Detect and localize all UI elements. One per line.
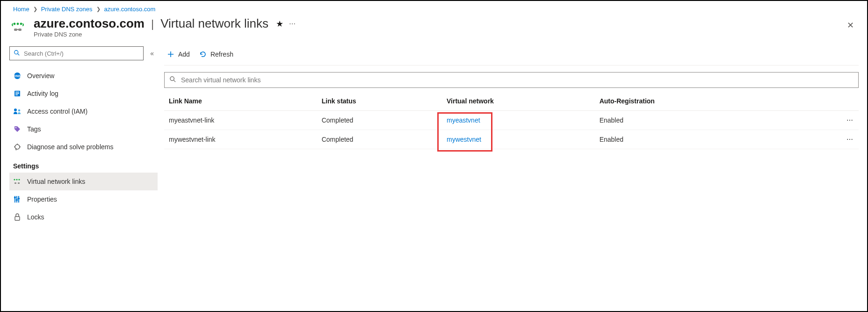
main-content: Add Refresh Link Name Link status <box>158 43 867 301</box>
resource-title: azure.contoso.com <box>34 16 145 31</box>
sidebar-item-label: Tags <box>27 125 41 133</box>
header-more-icon[interactable]: ⋯ <box>289 20 296 28</box>
plus-icon <box>167 51 174 58</box>
svg-rect-21 <box>18 182 20 184</box>
cell-link-name: mywestvnet-link <box>164 130 317 149</box>
chevron-right-icon: ❯ <box>96 6 101 12</box>
sidebar-item-label: Locks <box>27 213 44 221</box>
sidebar-item-tags[interactable]: Tags <box>9 120 158 138</box>
sidebar-item-label: Diagnose and solve problems <box>27 143 113 151</box>
sidebar-item-properties[interactable]: Properties <box>9 190 158 208</box>
sidebar: « DNS Overview Activity log Access contr… <box>1 43 158 301</box>
col-header-link-name[interactable]: Link Name <box>164 92 317 111</box>
diagnose-icon <box>13 143 22 151</box>
svg-rect-4 <box>18 29 22 31</box>
cell-link-status: Completed <box>317 130 442 149</box>
svg-rect-10 <box>15 92 19 93</box>
resource-type-subtitle: Private DNS zone <box>34 31 296 38</box>
tags-icon <box>13 125 22 133</box>
svg-rect-25 <box>14 197 16 198</box>
sidebar-item-locks[interactable]: Locks <box>9 208 158 226</box>
table-search-input[interactable] <box>180 76 854 84</box>
cell-link-name: myeastvnet-link <box>164 111 317 130</box>
svg-point-2 <box>20 23 22 25</box>
refresh-button-label: Refresh <box>210 51 233 58</box>
svg-point-17 <box>14 179 15 180</box>
sidebar-item-virtual-network-links[interactable]: Virtual network links <box>9 173 158 190</box>
svg-point-29 <box>170 77 174 80</box>
svg-point-1 <box>17 23 19 25</box>
svg-point-14 <box>18 109 21 112</box>
activity-log-icon <box>13 89 22 98</box>
breadcrumb-home[interactable]: Home <box>13 6 29 13</box>
svg-rect-12 <box>15 94 18 95</box>
svg-rect-27 <box>18 198 20 199</box>
favorite-star-icon[interactable]: ★ <box>276 19 283 29</box>
sidebar-item-label: Virtual network links <box>27 178 85 185</box>
col-header-auto-registration[interactable]: Auto-Registration <box>595 92 803 111</box>
lock-icon <box>13 213 22 221</box>
sidebar-heading-settings: Settings <box>9 156 158 173</box>
col-header-virtual-network[interactable]: Virtual network <box>442 92 595 111</box>
refresh-button[interactable]: Refresh <box>199 51 233 58</box>
vnet-links-table: Link Name Link status Virtual network Au… <box>164 92 859 149</box>
cell-virtual-network-link[interactable]: mywestvnet <box>447 136 481 143</box>
search-icon <box>169 76 176 84</box>
svg-rect-3 <box>14 29 17 31</box>
col-header-link-status[interactable]: Link status <box>317 92 442 111</box>
svg-point-5 <box>14 50 18 54</box>
dns-link-icon <box>11 18 27 34</box>
sidebar-search-input[interactable] <box>23 50 139 58</box>
svg-line-30 <box>174 80 175 82</box>
svg-rect-20 <box>14 182 16 184</box>
sidebar-item-activity-log[interactable]: Activity log <box>9 85 158 102</box>
toolbar-divider <box>164 65 859 65</box>
add-button[interactable]: Add <box>167 51 190 58</box>
title-separator: | <box>150 17 155 30</box>
svg-rect-11 <box>15 93 19 94</box>
breadcrumb-resource[interactable]: azure.contoso.com <box>104 6 156 13</box>
breadcrumb: Home ❯ Private DNS zones ❯ azure.contoso… <box>1 1 867 15</box>
table-search[interactable] <box>164 72 859 88</box>
access-control-icon <box>13 107 22 116</box>
refresh-icon <box>199 51 207 58</box>
sidebar-search[interactable] <box>9 46 144 60</box>
sidebar-item-label: Access control (IAM) <box>27 108 87 115</box>
sidebar-item-diagnose[interactable]: Diagnose and solve problems <box>9 138 158 156</box>
page-title: Virtual network links <box>160 16 268 31</box>
cell-virtual-network-link[interactable]: myeastvnet <box>447 116 480 124</box>
close-icon[interactable]: ✕ <box>845 18 856 32</box>
search-icon <box>14 50 20 58</box>
cell-auto-registration: Enabled <box>595 130 803 149</box>
cell-auto-registration: Enabled <box>595 111 803 130</box>
properties-icon <box>13 195 22 203</box>
sidebar-item-label: Activity log <box>27 90 58 97</box>
svg-rect-28 <box>15 217 20 220</box>
row-more-icon[interactable]: ⋯ <box>803 111 859 130</box>
cell-link-status: Completed <box>317 111 442 130</box>
command-bar: Add Refresh <box>164 45 859 63</box>
table-row[interactable]: mywestvnet-link Completed mywestvnet Ena… <box>164 130 859 149</box>
sidebar-item-overview[interactable]: DNS Overview <box>9 67 158 85</box>
row-more-icon[interactable]: ⋯ <box>803 130 859 149</box>
svg-rect-26 <box>16 199 18 201</box>
svg-point-0 <box>14 23 16 25</box>
chevron-right-icon: ❯ <box>33 6 37 12</box>
page-header: azure.contoso.com | Virtual network link… <box>1 15 867 43</box>
collapse-sidebar-icon[interactable]: « <box>150 50 154 57</box>
table-row[interactable]: myeastvnet-link Completed myeastvnet Ena… <box>164 111 859 130</box>
svg-text:DNS: DNS <box>14 74 21 78</box>
svg-point-16 <box>15 145 20 149</box>
overview-icon: DNS <box>13 72 22 80</box>
svg-point-19 <box>18 179 20 180</box>
svg-point-18 <box>16 179 17 180</box>
add-button-label: Add <box>178 51 190 58</box>
svg-point-15 <box>15 127 16 128</box>
sidebar-item-label: Properties <box>27 196 57 203</box>
sidebar-item-access-control[interactable]: Access control (IAM) <box>9 102 158 120</box>
vnet-links-icon <box>13 177 22 186</box>
svg-line-6 <box>18 53 20 55</box>
breadcrumb-private-dns-zones[interactable]: Private DNS zones <box>41 6 93 13</box>
sidebar-item-label: Overview <box>27 72 54 80</box>
svg-point-13 <box>14 109 17 111</box>
